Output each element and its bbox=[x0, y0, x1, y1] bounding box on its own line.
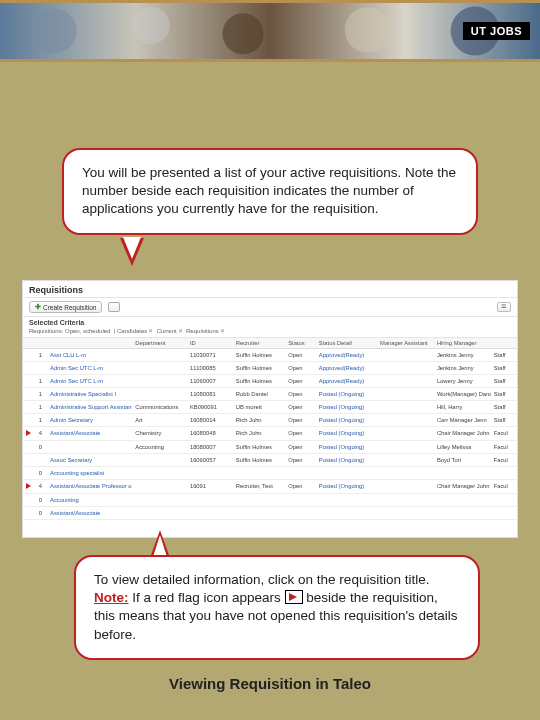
print-icon[interactable] bbox=[108, 302, 120, 312]
cell bbox=[23, 349, 34, 362]
cell: 16080048 bbox=[187, 427, 233, 441]
requisition-title-link[interactable]: Assistant/Associate bbox=[47, 427, 132, 441]
cell: 11100085 bbox=[187, 362, 233, 375]
cell bbox=[132, 454, 187, 467]
column-header[interactable]: Status bbox=[285, 338, 316, 349]
cell: 0 bbox=[34, 507, 47, 520]
criteria-chip[interactable]: | Candidates✕ bbox=[112, 328, 153, 334]
requisition-title-link[interactable]: Accounting specialist bbox=[47, 467, 132, 480]
cell bbox=[377, 467, 434, 480]
menu-icon[interactable] bbox=[497, 302, 511, 312]
column-header[interactable] bbox=[491, 338, 517, 349]
column-header[interactable] bbox=[34, 338, 47, 349]
column-header[interactable] bbox=[47, 338, 132, 349]
requisition-title-link[interactable]: Assoc Secretary bbox=[47, 454, 132, 467]
cell: Chair Manager John bbox=[434, 480, 491, 494]
cell: 18080007 bbox=[187, 441, 233, 454]
column-header[interactable]: Department bbox=[132, 338, 187, 349]
cell: 4 bbox=[34, 480, 47, 494]
requisition-title-link[interactable]: Asst CLU L-m bbox=[47, 349, 132, 362]
cell bbox=[132, 349, 187, 362]
cell bbox=[23, 441, 34, 454]
cell: Lilley Melissa bbox=[434, 441, 491, 454]
requisition-title-link[interactable]: Admin Sec UTC L-m bbox=[47, 375, 132, 388]
cell bbox=[377, 427, 434, 441]
callout-bottom: To view detailed information, click on t… bbox=[74, 555, 480, 660]
cell: 0 bbox=[34, 441, 47, 454]
requisition-title-link[interactable]: Accounting bbox=[47, 494, 132, 507]
column-header[interactable]: Manager Assistant bbox=[377, 338, 434, 349]
requisition-title-link[interactable] bbox=[47, 441, 132, 454]
flag-icon bbox=[26, 483, 31, 489]
cell: Posted (Ongoing) bbox=[316, 427, 377, 441]
cell: Rich John bbox=[233, 427, 285, 441]
cell: Accounting bbox=[132, 441, 187, 454]
table-row: 0Assistant/Associate bbox=[23, 507, 517, 520]
column-header[interactable] bbox=[23, 338, 34, 349]
cell: Approved(Ready) bbox=[316, 375, 377, 388]
cell bbox=[23, 388, 34, 401]
cell bbox=[491, 494, 517, 507]
cell bbox=[23, 494, 34, 507]
cell bbox=[23, 401, 34, 414]
cell bbox=[285, 467, 316, 480]
table-row: 0Accounting specialist bbox=[23, 467, 517, 480]
cell bbox=[23, 427, 34, 441]
cell bbox=[187, 494, 233, 507]
cell: Facul bbox=[491, 480, 517, 494]
cell: Suffin Holmes bbox=[233, 454, 285, 467]
cell: Open bbox=[285, 388, 316, 401]
cell bbox=[132, 494, 187, 507]
table-row: 4Assistant/AssociateChemistry16080048Ric… bbox=[23, 427, 517, 441]
panel-title: Requisitions bbox=[23, 281, 517, 298]
cell: Jenkins Jenny bbox=[434, 362, 491, 375]
cell: Posted (Ongoing) bbox=[316, 454, 377, 467]
taleo-screenshot: Requisitions ✚ Create Requisition Select… bbox=[22, 280, 518, 538]
column-header[interactable]: Hiring Manager bbox=[434, 338, 491, 349]
cell: Open bbox=[285, 427, 316, 441]
criteria-text: Requisitions: Open, scheduled bbox=[29, 328, 110, 334]
cell: 1 bbox=[34, 375, 47, 388]
requisition-title-link[interactable]: Administrative Support Assistant III bbox=[47, 401, 132, 414]
cell: Robb Daniel bbox=[233, 388, 285, 401]
table-row: 1Administrative Support Assistant IIICom… bbox=[23, 401, 517, 414]
cell bbox=[377, 441, 434, 454]
cell: 16080014 bbox=[187, 414, 233, 427]
cell: Facul bbox=[491, 454, 517, 467]
cell bbox=[316, 507, 377, 520]
cell bbox=[23, 362, 34, 375]
cell bbox=[316, 467, 377, 480]
requisition-title-link[interactable]: Admin Sec UTC L-m bbox=[47, 362, 132, 375]
table-row: Assoc Secretary16060057Suffin HolmesOpen… bbox=[23, 454, 517, 467]
cell: Work(Manager) Dana bbox=[434, 388, 491, 401]
cell: Staff bbox=[491, 362, 517, 375]
cell bbox=[132, 362, 187, 375]
plus-icon: ✚ bbox=[35, 303, 41, 311]
criteria-chip[interactable]: Requisitions✕ bbox=[184, 328, 224, 334]
cell: Posted (Ongoing) bbox=[316, 414, 377, 427]
cell bbox=[377, 454, 434, 467]
cell bbox=[377, 507, 434, 520]
cell bbox=[377, 414, 434, 427]
callout-top-text: You will be presented a list of your act… bbox=[82, 165, 456, 216]
requisition-title-link[interactable]: Assistant/Associate bbox=[47, 507, 132, 520]
requisition-title-link[interactable]: Assistant/Associate Professor of Account… bbox=[47, 480, 132, 494]
cell bbox=[434, 467, 491, 480]
cell bbox=[23, 414, 34, 427]
toolbar: ✚ Create Requisition bbox=[23, 298, 517, 317]
cell bbox=[23, 480, 34, 494]
criteria-chip[interactable]: Current✕ bbox=[155, 328, 183, 334]
cell: Recruiter, Test bbox=[233, 480, 285, 494]
cell bbox=[132, 467, 187, 480]
cell bbox=[491, 507, 517, 520]
cell: 11080081 bbox=[187, 388, 233, 401]
create-requisition-button[interactable]: ✚ Create Requisition bbox=[29, 301, 102, 313]
cell: Open bbox=[285, 441, 316, 454]
column-header[interactable]: Recruiter bbox=[233, 338, 285, 349]
table-row: 0Accounting bbox=[23, 494, 517, 507]
cell: Communications bbox=[132, 401, 187, 414]
column-header[interactable]: Status Detail bbox=[316, 338, 377, 349]
requisition-title-link[interactable]: Admin Secretary bbox=[47, 414, 132, 427]
requisition-title-link[interactable]: Administrative Specialist I bbox=[47, 388, 132, 401]
column-header[interactable]: ID bbox=[187, 338, 233, 349]
